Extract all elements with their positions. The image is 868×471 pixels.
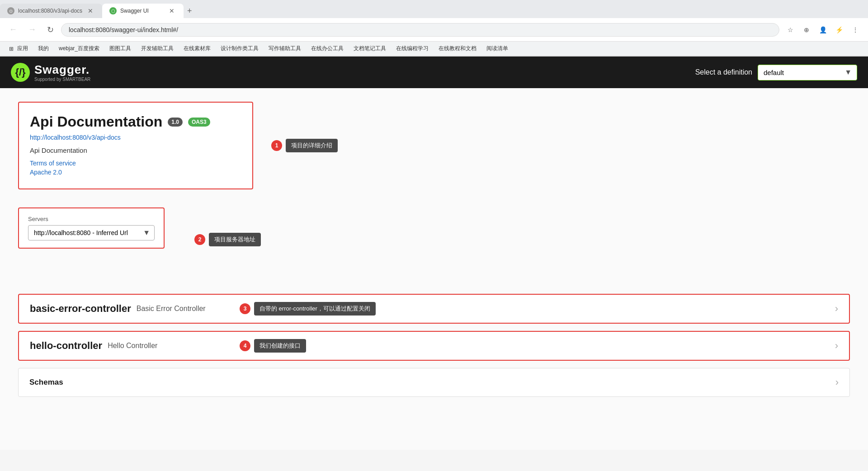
annotation-3: 3 自带的 error-controller，可以通过配置关闭 [240,302,376,316]
annotation-4-number: 4 [240,340,250,351]
tab-2-close[interactable]: ✕ [167,6,176,15]
tab-1[interactable]: ⊙ localhost:8080/v3/api-docs ✕ [0,4,102,18]
bookmark-office-tools[interactable]: 在线办公工具 [307,44,347,53]
terms-of-service-link[interactable]: Terms of service [30,160,241,167]
definition-select[interactable]: default [758,65,857,80]
hello-controller-section[interactable]: hello-controller Hello Controller › [18,331,850,361]
bookmark-webjar[interactable]: webjar_百度搜索 [55,44,103,53]
tab-2-icon: ⬡ [109,7,117,14]
tab-2-label: Swagger UI [120,8,149,14]
bookmark-notes-tools[interactable]: 文档笔记工具 [350,44,390,53]
address-bar[interactable] [61,23,779,37]
nav-icons: ☆ ⊕ 👤 ⚡ ⋮ [783,23,863,37]
menu-icon[interactable]: ⋮ [848,23,863,37]
bookmarks-bar: ⊞ 应用 我的 webjar_百度搜索 图图工具 开发辅助工具 在线素材库 设计… [0,42,868,56]
swagger-logo-sub: Supported by SMARTBEAR [34,77,90,82]
controller-1-wrapper: basic-error-controller Basic Error Contr… [18,294,850,324]
servers-label: Servers [28,216,155,222]
basic-error-controller-desc: Basic Error Controller [137,305,206,313]
annotation-2-number: 2 [194,234,205,245]
bookmark-coding-learning[interactable]: 在线编程学习 [392,44,432,53]
hello-controller-name: hello-controller [30,340,102,352]
servers-section-wrapper: Servers http://localhost:8080 - Inferred… [18,207,850,271]
bookmark-image-tools[interactable]: 图图工具 [106,44,135,53]
profile-icon-1[interactable]: ⊕ [799,23,814,37]
bookmark-image-label: 图图工具 [109,45,131,52]
nav-bar: ← → ↻ ☆ ⊕ 👤 ⚡ ⋮ [0,18,868,42]
api-info-box: Api Documentation 1.0 OAS3 http://localh… [18,102,253,189]
annotation-4: 4 我们创建的接口 [240,339,306,353]
controller-2-wrapper: hello-controller Hello Controller › 4 我们… [18,331,850,361]
api-info-wrapper: Api Documentation 1.0 OAS3 http://localh… [18,102,253,189]
bookmark-notes-label: 文档笔记工具 [354,45,386,52]
schemas-arrow: › [835,377,839,388]
bookmark-my[interactable]: 我的 [34,44,52,53]
oas-badge: OAS3 [188,118,210,127]
swagger-logo-icon: {/} [11,63,30,82]
tab-1-icon: ⊙ [7,7,14,14]
tab-1-close[interactable]: ✕ [86,6,95,15]
bookmark-online-resources[interactable]: 在线素材库 [180,44,214,53]
bookmark-dev-label: 开发辅助工具 [141,45,174,52]
annotation-1-number: 1 [271,140,282,151]
license-link[interactable]: Apache 2.0 [30,169,241,176]
annotation-1: 1 项目的详细介绍 [271,139,338,152]
bookmark-writing-label: 写作辅助工具 [269,45,301,52]
swagger-header-right: Select a definition default ▼ [695,65,857,80]
tab-2[interactable]: ⬡ Swagger UI ✕ [102,4,184,18]
definition-select-wrapper: default ▼ [758,65,857,80]
swagger-logo-text-block: Swagger. Supported by SMARTBEAR [34,63,90,82]
swagger-logo: {/} Swagger. Supported by SMARTBEAR [11,63,90,82]
annotation-2-tooltip: 项目服务器地址 [209,233,261,246]
hello-controller-desc: Hello Controller [108,342,157,350]
servers-box: Servers http://localhost:8080 - Inferred… [18,207,165,249]
bookmark-apps-label: 应用 [17,45,28,52]
servers-select-wrapper: http://localhost:8080 - Inferred Url ▼ [28,225,155,240]
bookmark-webjar-label: webjar_百度搜索 [59,45,99,52]
back-button[interactable]: ← [5,23,21,36]
select-definition-label: Select a definition [695,68,752,76]
annotation-3-tooltip: 自带的 error-controller，可以通过配置关闭 [254,302,376,316]
version-badge: 1.0 [168,118,183,127]
basic-error-controller-name: basic-error-controller [30,303,131,315]
browser-chrome: ⊙ localhost:8080/v3/api-docs ✕ ⬡ Swagger… [0,0,868,57]
annotation-2: 2 项目服务器地址 [194,233,261,246]
profile-icon-2[interactable]: 👤 [816,23,830,37]
api-description: Api Documentation [30,146,241,154]
annotation-3-number: 3 [240,303,250,314]
annotation-1-tooltip: 项目的详细介绍 [286,139,338,152]
basic-error-controller-section[interactable]: basic-error-controller Basic Error Contr… [18,294,850,324]
bookmark-icon[interactable]: ☆ [783,23,797,37]
servers-select[interactable]: http://localhost:8080 - Inferred Url [28,225,155,240]
bookmark-coding-label: 在线编程学习 [396,45,429,52]
bookmark-reading-label: 阅读清单 [486,45,508,52]
schemas-label: Schemas [29,378,63,387]
bookmark-dev-tools[interactable]: 开发辅助工具 [137,44,177,53]
bookmark-resources-label: 在线素材库 [184,45,211,52]
annotation-4-tooltip: 我们创建的接口 [254,339,306,353]
bookmark-design-label: 设计制作类工具 [221,45,259,52]
bookmark-tutorials[interactable]: 在线教程和文档 [435,44,480,53]
tab-1-label: localhost:8080/v3/api-docs [18,8,82,14]
extensions-icon[interactable]: ⚡ [832,23,846,37]
bookmark-design-tools[interactable]: 设计制作类工具 [217,44,262,53]
swagger-logo-text: Swagger. [34,63,90,76]
new-tab-button[interactable]: + [184,4,196,18]
forward-button[interactable]: → [24,23,40,36]
bookmark-apps[interactable]: ⊞ 应用 [5,44,32,53]
api-title-text: Api Documentation [30,113,162,130]
api-title-row: Api Documentation 1.0 OAS3 [30,113,241,130]
bookmark-reading-list[interactable]: 阅读清单 [483,44,512,53]
swagger-header: {/} Swagger. Supported by SMARTBEAR Sele… [0,57,868,88]
basic-error-controller-arrow: › [835,303,838,315]
reload-button[interactable]: ↻ [43,23,57,37]
api-url-link[interactable]: http://localhost:8080/v3/api-docs [30,134,241,141]
bookmark-tutorials-label: 在线教程和文档 [439,45,476,52]
main-content: Api Documentation 1.0 OAS3 http://localh… [0,88,868,450]
tab-bar: ⊙ localhost:8080/v3/api-docs ✕ ⬡ Swagger… [0,0,868,18]
schemas-section[interactable]: Schemas › [18,368,850,397]
bookmark-writing-tools[interactable]: 写作辅助工具 [265,44,305,53]
hello-controller-arrow: › [835,340,838,352]
bookmark-office-label: 在线办公工具 [311,45,344,52]
bookmark-my-label: 我的 [38,45,49,52]
